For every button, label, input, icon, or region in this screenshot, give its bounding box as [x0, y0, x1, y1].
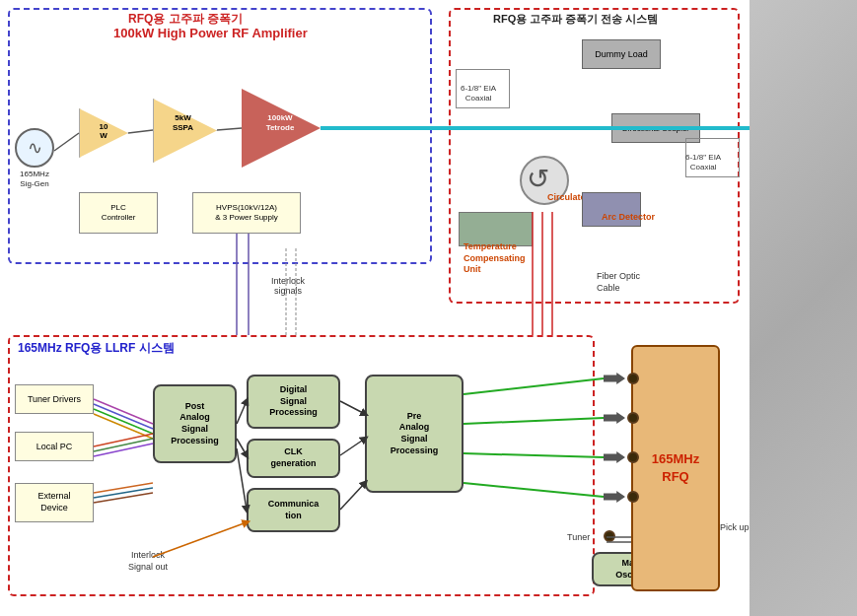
arrow-icon: [604, 491, 625, 503]
arrow-icon: [604, 412, 625, 424]
main-container: RFQ용 고주파 증폭기 100kW High Power RF Amplifi…: [0, 0, 857, 616]
dummy-load-label: Dummy Load: [595, 49, 648, 59]
arrow-icon: [604, 373, 625, 384]
post-analog-block: PostAnalogSignalProcessing: [153, 384, 237, 463]
coaxial-label-2: 6-1/8" EIACoaxial: [685, 153, 721, 171]
temp-comp-label: TemperatureCompensatingUnit: [464, 241, 526, 276]
local-pc-box: Local PC: [15, 432, 94, 461]
connector-circle: [627, 451, 639, 463]
tuner-label-bottom: Tuner: [567, 532, 590, 542]
top-left-title-english: 100kW High Power RF Amplifier: [113, 26, 308, 42]
amp-10w-label: 10W: [82, 122, 125, 140]
fiber-optic-label: Fiber OpticCable: [597, 271, 640, 294]
comm-label: Communication: [268, 499, 320, 521]
clk-label: CLKgeneration: [270, 446, 316, 469]
rfq-connector-1: [604, 373, 639, 384]
dummy-load-box: Dummy Load: [582, 39, 661, 69]
tuner-drivers-label: Tuner Drivers: [28, 394, 81, 404]
rfq-box: 165MHzRFQ: [631, 345, 720, 591]
clk-block: CLKgeneration: [247, 439, 340, 478]
connector-circle: [627, 412, 639, 424]
dir-coupler-label: Directional Coupler: [622, 124, 689, 133]
arrow-icon: [604, 451, 625, 463]
dsp-label: DigitalSignalProcessing: [269, 384, 318, 419]
pickup-label: Pick up: [720, 522, 750, 532]
dsp-block: DigitalSignalProcessing: [247, 375, 340, 429]
rfq-connector-4: [604, 491, 639, 503]
rfq-connector-3: [604, 451, 639, 463]
hvps-box: HVPS(10kV/12A)& 3 Power Supply: [192, 192, 301, 234]
comm-block: Communication: [247, 488, 340, 532]
plc-label: PLCController: [102, 203, 136, 224]
rfq-label: 165MHzRFQ: [652, 450, 699, 486]
amp-5kw-label: 5kWSSPA: [156, 113, 210, 132]
local-pc-label: Local PC: [36, 442, 73, 451]
pre-label: PreAnalogSignalProcessing: [391, 411, 439, 457]
ext-device-label: ExternalDevice: [37, 491, 70, 513]
interlock-signals-label: Interlocksignals: [271, 276, 305, 296]
sig-gen-label: 165MHzSig-Gen: [15, 170, 54, 188]
plc-controller-box: PLCController: [79, 192, 158, 234]
interlock-out-label: InterlockSignal out: [128, 550, 168, 573]
signal-generator: ∿ 165MHzSig-Gen: [15, 128, 54, 188]
diagram-area: RFQ용 고주파 증폭기 100kW High Power RF Amplifi…: [0, 0, 750, 616]
hvps-label: HVPS(10kV/12A)& 3 Power Supply: [215, 203, 278, 224]
post-label: PostAnalogSignalProcessing: [171, 401, 219, 447]
pre-analog-block: PreAnalogSignalProcessing: [365, 375, 464, 493]
top-right-title: RFQ용 고주파 증폭기 전송 시스템: [493, 12, 658, 27]
right-panel: [750, 0, 857, 616]
connector-circle: [627, 373, 639, 384]
arc-detector-label: Arc Detector: [602, 212, 655, 222]
rfq-connector-5: [604, 530, 615, 542]
coaxial-label-1: 6-1/8" EIACoaxial: [461, 84, 496, 103]
connector-circle: [627, 491, 639, 503]
tuner-drivers-box: Tuner Drivers: [15, 384, 94, 414]
bottom-title: 165MHz RFQ용 LLRF 시스템: [18, 340, 175, 357]
rfq-connector-2: [604, 412, 639, 424]
ext-device-box: ExternalDevice: [15, 483, 94, 522]
connector-circle: [604, 530, 615, 542]
amp-100kw-label: 100kWTetrode: [245, 113, 316, 132]
circulator-arrow: ↺: [527, 163, 549, 195]
